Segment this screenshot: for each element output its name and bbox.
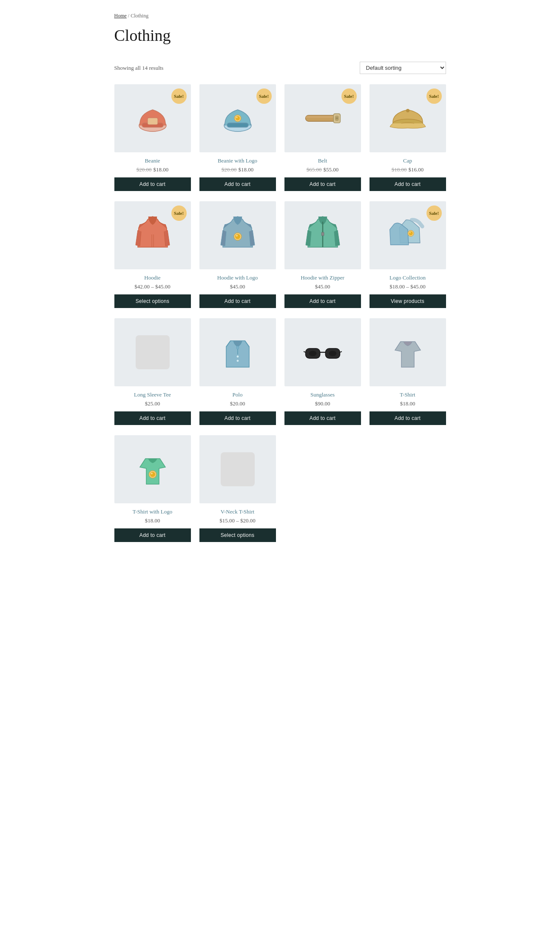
page-wrapper: Home / Clothing Clothing Showing all 14 … (89, 0, 472, 585)
product-name-cap[interactable]: Cap (403, 157, 412, 164)
product-illustration-vneck-tshirt (219, 450, 257, 488)
products-grid: Sale! Beanie$20.00$18.00Add to cartSale!… (114, 84, 446, 542)
product-price-logo-collection: $18.00 – $45.00 (389, 283, 426, 290)
product-price-hoodie-with-zipper: $45.00 (315, 283, 330, 290)
price-old: $20.00 (136, 166, 152, 173)
svg-point-16 (235, 234, 240, 239)
product-card-logo-collection: Sale! Logo Collection$18.00 – $45.00View… (370, 201, 446, 308)
product-illustration-cap (389, 99, 427, 137)
btn-cart-tshirt[interactable]: Add to cart (370, 411, 446, 425)
product-image-tshirt[interactable] (370, 318, 446, 386)
svg-point-27 (236, 360, 239, 362)
btn-cart-beanie[interactable]: Add to cart (114, 177, 191, 191)
svg-rect-38 (221, 452, 255, 486)
product-name-tshirt-with-logo[interactable]: T-Shirt with Logo (133, 508, 172, 515)
product-illustration-hoodie-with-zipper (304, 216, 342, 254)
product-illustration-hoodie (134, 216, 172, 254)
svg-point-6 (236, 116, 240, 120)
btn-cart-hoodie-with-zipper[interactable]: Add to cart (284, 294, 361, 308)
btn-cart-beanie-with-logo[interactable]: Add to cart (199, 177, 276, 191)
svg-point-25 (236, 346, 239, 349)
price-new: $16.00 (409, 166, 424, 173)
product-name-polo[interactable]: Polo (233, 391, 243, 398)
product-image-tshirt-with-logo[interactable] (114, 435, 191, 503)
product-illustration-hoodie-with-logo (219, 216, 257, 254)
btn-cart-tshirt-with-logo[interactable]: Add to cart (114, 528, 191, 542)
product-price-tshirt-with-logo: $18.00 (145, 517, 160, 524)
product-name-beanie[interactable]: Beanie (145, 157, 160, 164)
btn-cart-polo[interactable]: Add to cart (199, 411, 276, 425)
product-image-beanie[interactable]: Sale! (114, 84, 191, 152)
product-name-hoodie-with-zipper[interactable]: Hoodie with Zipper (301, 274, 344, 281)
btn-view-logo-collection[interactable]: View products (370, 294, 446, 308)
product-card-long-sleeve-tee: Long Sleeve Tee$25.00Add to cart (114, 318, 191, 425)
product-image-belt[interactable]: Sale! (284, 84, 361, 152)
product-illustration-tshirt-with-logo (134, 450, 172, 488)
product-card-cap: Sale! Cap$18.00$16.00Add to cart (370, 84, 446, 191)
product-card-polo: Polo$20.00Add to cart (199, 318, 276, 425)
svg-line-31 (304, 351, 306, 352)
product-card-tshirt: T-Shirt$18.00Add to cart (370, 318, 446, 425)
product-price-tshirt: $18.00 (400, 400, 415, 407)
product-illustration-beanie (134, 99, 172, 137)
product-name-vneck-tshirt[interactable]: V-Neck T-Shirt (221, 508, 254, 515)
product-image-beanie-with-logo[interactable]: Sale! (199, 84, 276, 152)
product-illustration-long-sleeve-tee (134, 333, 172, 371)
product-name-belt[interactable]: Belt (318, 157, 327, 164)
product-card-beanie: Sale! Beanie$20.00$18.00Add to cart (114, 84, 191, 191)
btn-cart-sunglasses[interactable]: Add to cart (284, 411, 361, 425)
product-illustration-logo-collection (389, 216, 427, 254)
product-image-long-sleeve-tee[interactable] (114, 318, 191, 386)
product-image-vneck-tshirt[interactable] (199, 435, 276, 503)
product-price-cap: $18.00$16.00 (392, 166, 424, 173)
svg-rect-4 (227, 123, 248, 127)
product-name-long-sleeve-tee[interactable]: Long Sleeve Tee (134, 391, 171, 398)
breadcrumb: Home / Clothing (114, 13, 446, 19)
page-title: Clothing (114, 26, 446, 45)
sort-select[interactable]: Default sortingSort by popularitySort by… (360, 62, 446, 74)
product-price-long-sleeve-tee: $25.00 (145, 400, 160, 407)
btn-options-hoodie[interactable]: Select options (114, 294, 191, 308)
product-card-hoodie-with-logo: Hoodie with Logo$45.00Add to cart (199, 201, 276, 308)
product-image-hoodie-with-logo[interactable] (199, 201, 276, 269)
product-image-cap[interactable]: Sale! (370, 84, 446, 152)
product-illustration-beanie-with-logo (219, 99, 257, 137)
product-card-hoodie: Sale! Hoodie$42.00 – $45.00Select option… (114, 201, 191, 308)
product-image-hoodie[interactable]: Sale! (114, 201, 191, 269)
product-illustration-polo (219, 333, 257, 371)
product-name-sunglasses[interactable]: Sunglasses (310, 391, 335, 398)
product-price-vneck-tshirt: $15.00 – $20.00 (219, 517, 256, 524)
sale-badge: Sale! (426, 88, 442, 104)
product-card-tshirt-with-logo: T-Shirt with Logo$18.00Add to cart (114, 435, 191, 542)
product-image-sunglasses[interactable] (284, 318, 361, 386)
svg-point-33 (309, 351, 316, 356)
btn-cart-belt[interactable]: Add to cart (284, 177, 361, 191)
price-old: $65.00 (307, 166, 322, 173)
svg-point-37 (151, 473, 153, 474)
product-name-tshirt[interactable]: T-Shirt (400, 391, 415, 398)
btn-options-vneck-tshirt[interactable]: Select options (199, 528, 276, 542)
product-image-polo[interactable] (199, 318, 276, 386)
product-price-beanie: $20.00$18.00 (136, 166, 169, 173)
svg-point-14 (406, 109, 409, 112)
product-price-sunglasses: $90.00 (315, 400, 330, 407)
product-name-hoodie[interactable]: Hoodie (144, 274, 160, 281)
product-image-hoodie-with-zipper[interactable] (284, 201, 361, 269)
product-name-beanie-with-logo[interactable]: Beanie with Logo (218, 157, 257, 164)
product-card-vneck-tshirt: V-Neck T-Shirt$15.00 – $20.00Select opti… (199, 435, 276, 542)
svg-rect-19 (321, 232, 324, 236)
product-price-beanie-with-logo: $20.00$18.00 (222, 166, 254, 173)
price-old: $20.00 (222, 166, 237, 173)
btn-cart-long-sleeve-tee[interactable]: Add to cart (114, 411, 191, 425)
product-illustration-sunglasses (304, 333, 342, 371)
btn-cart-cap[interactable]: Add to cart (370, 177, 446, 191)
breadcrumb-home[interactable]: Home (114, 13, 127, 19)
product-image-logo-collection[interactable]: Sale! (370, 201, 446, 269)
sale-badge: Sale! (341, 88, 357, 104)
product-name-logo-collection[interactable]: Logo Collection (389, 274, 426, 281)
svg-rect-23 (136, 335, 170, 369)
product-name-hoodie-with-logo[interactable]: Hoodie with Logo (217, 274, 258, 281)
product-price-belt: $65.00$55.00 (307, 166, 339, 173)
svg-rect-2 (148, 118, 158, 125)
btn-cart-hoodie-with-logo[interactable]: Add to cart (199, 294, 276, 308)
